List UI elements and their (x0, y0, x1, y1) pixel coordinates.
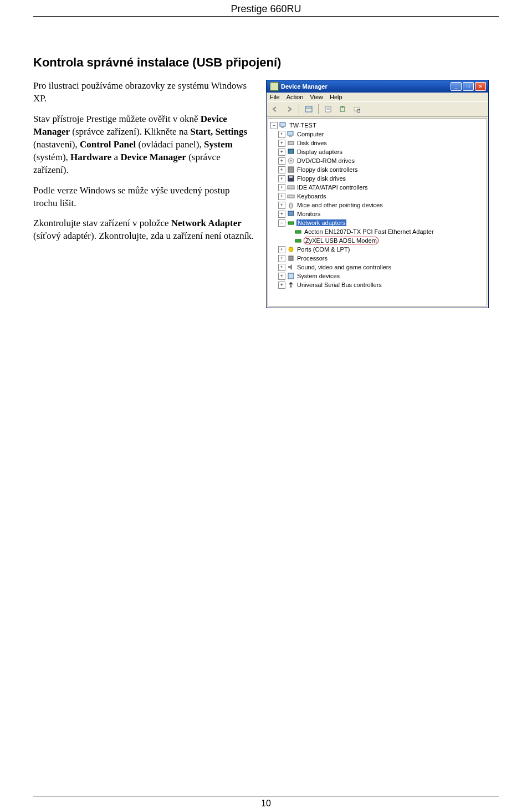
device-tree[interactable]: − TW-TEST +Computer+Disk drives+Display … (268, 118, 487, 306)
toolbar-forward-button[interactable] (283, 104, 295, 115)
svg-rect-23 (288, 222, 294, 224)
paragraph-3: Zkontrolujte stav zařízení v položce Net… (33, 217, 256, 243)
tree-item[interactable]: +Processors (270, 254, 485, 263)
menu-bar[interactable]: File Action View Help (267, 93, 488, 101)
tree-item-label: IDE ATA/ATAPI controllers (296, 184, 369, 191)
network-icon (287, 219, 295, 227)
tree-item[interactable]: +IDE ATA/ATAPI controllers (270, 183, 485, 192)
svg-rect-25 (295, 239, 301, 242)
expander-icon[interactable]: + (278, 193, 285, 200)
tree-item-label: Accton EN1207D-TX PCI Fast Ethernet Adap… (304, 228, 434, 235)
toolbar (267, 101, 488, 117)
tree-item-label: ZyXEL USB ADSL Modem (304, 237, 378, 244)
expander-icon[interactable]: + (278, 149, 285, 156)
expander-icon[interactable]: + (278, 246, 285, 253)
toolbar-scan-button[interactable] (351, 104, 363, 115)
expander-icon[interactable]: + (278, 282, 285, 289)
tree-item[interactable]: +Keyboards (270, 192, 485, 201)
toolbar-properties-button[interactable] (322, 104, 334, 115)
tree-item[interactable]: +Sound, video and game controllers (270, 263, 485, 272)
svg-point-26 (289, 247, 293, 252)
devmgr-icon (270, 82, 279, 91)
tree-item-label: Universal Serial Bus controllers (296, 282, 382, 288)
toolbar-view-button[interactable] (303, 104, 315, 115)
tree-item-label: Sound, video and game controllers (296, 264, 392, 270)
tree-item-label: Disk drives (296, 140, 328, 146)
expander-icon[interactable]: + (278, 175, 285, 182)
minimize-button[interactable]: _ (451, 82, 462, 91)
usb-icon (287, 281, 295, 289)
tree-item-label: Floppy disk controllers (296, 166, 358, 173)
expander-icon[interactable]: + (278, 166, 285, 173)
tree-item-label: Processors (296, 255, 328, 262)
tree-item[interactable]: +Monitors (270, 209, 485, 218)
tree-item-label: Network adapters (296, 219, 346, 226)
tree-item[interactable]: +DVD/CD-ROM drives (270, 156, 485, 165)
tree-item[interactable]: +Floppy disk controllers (270, 165, 485, 174)
expander-icon[interactable]: − (278, 219, 285, 227)
expander-icon[interactable]: + (278, 273, 285, 280)
expander-icon[interactable]: + (278, 157, 285, 165)
tree-item-label: Display adapters (296, 149, 343, 155)
tree-item[interactable]: +Floppy disk drives (270, 174, 485, 183)
paragraph-2: Podle verze Windows se může výše uvedený… (33, 185, 256, 210)
tree-item-label: DVD/CD-ROM drives (296, 157, 355, 164)
menu-file[interactable]: File (270, 94, 280, 100)
computer-root-icon (279, 121, 287, 129)
svg-rect-20 (288, 195, 294, 198)
tree-item[interactable]: ZyXEL USB ADSL Modem (270, 236, 485, 245)
window-title: Device Manager (281, 83, 451, 90)
expander-icon[interactable]: + (278, 211, 285, 218)
page-footer: 10 (33, 796, 499, 808)
toolbar-separator (318, 104, 319, 114)
toolbar-separator (299, 104, 299, 114)
ide-icon (287, 183, 295, 191)
close-button[interactable]: × (475, 82, 486, 91)
menu-action[interactable]: Action (287, 94, 304, 100)
tree-item[interactable]: +Ports (COM & LPT) (270, 245, 485, 254)
svg-rect-9 (281, 127, 284, 128)
tree-item-label: System devices (296, 273, 340, 279)
computer-icon (287, 130, 295, 138)
expander-icon[interactable]: + (278, 131, 285, 138)
window-titlebar[interactable]: Device Manager _ □ × (267, 80, 488, 93)
floppy-icon (287, 175, 295, 182)
display-icon (287, 148, 295, 156)
tree-item[interactable]: +Computer (270, 130, 485, 139)
tree-root[interactable]: − TW-TEST (270, 121, 485, 130)
page-number: 10 (261, 799, 271, 808)
tree-item[interactable]: Accton EN1207D-TX PCI Fast Ethernet Adap… (270, 227, 485, 236)
svg-point-21 (289, 203, 293, 208)
expander-icon[interactable]: + (278, 184, 285, 191)
body-text: Pro ilustraci používáme obrazovky ze sys… (33, 80, 256, 250)
paragraph-1: Stav přístroje Prestige můžete ověřit v … (33, 113, 256, 177)
ports-icon (287, 246, 295, 253)
expander-icon[interactable]: + (278, 255, 285, 262)
toolbar-back-button[interactable] (269, 104, 281, 115)
menu-help[interactable]: Help (330, 94, 342, 100)
expander-icon[interactable]: + (278, 140, 285, 147)
expander-icon[interactable]: + (278, 264, 285, 271)
tree-item[interactable]: +System devices (270, 272, 485, 280)
tree-item-label: Keyboards (296, 193, 327, 200)
system-icon (287, 272, 295, 280)
expander-icon[interactable]: − (270, 122, 278, 129)
nic-icon (294, 228, 302, 236)
svg-rect-11 (289, 136, 292, 137)
header-title: Prestige 660RU (231, 3, 301, 14)
tree-item[interactable]: +Mice and other pointing devices (270, 201, 485, 209)
maximize-button[interactable]: □ (463, 82, 474, 91)
tree-item[interactable]: −Network adapters (270, 218, 485, 227)
tree-item[interactable]: +Universal Serial Bus controllers (270, 280, 485, 289)
expander-icon[interactable]: + (278, 202, 285, 209)
tree-item[interactable]: +Display adapters (270, 147, 485, 156)
tree-item[interactable]: +Disk drives (270, 139, 485, 147)
menu-view[interactable]: View (310, 94, 323, 100)
page-header: Prestige 660RU (33, 0, 499, 17)
tree-item-label: Mice and other pointing devices (296, 202, 383, 208)
toolbar-refresh-button[interactable] (336, 104, 349, 115)
svg-rect-12 (288, 141, 294, 145)
mouse-icon (287, 201, 295, 209)
nic-icon (294, 237, 302, 244)
tree-item-label: Ports (COM & LPT) (296, 246, 350, 253)
